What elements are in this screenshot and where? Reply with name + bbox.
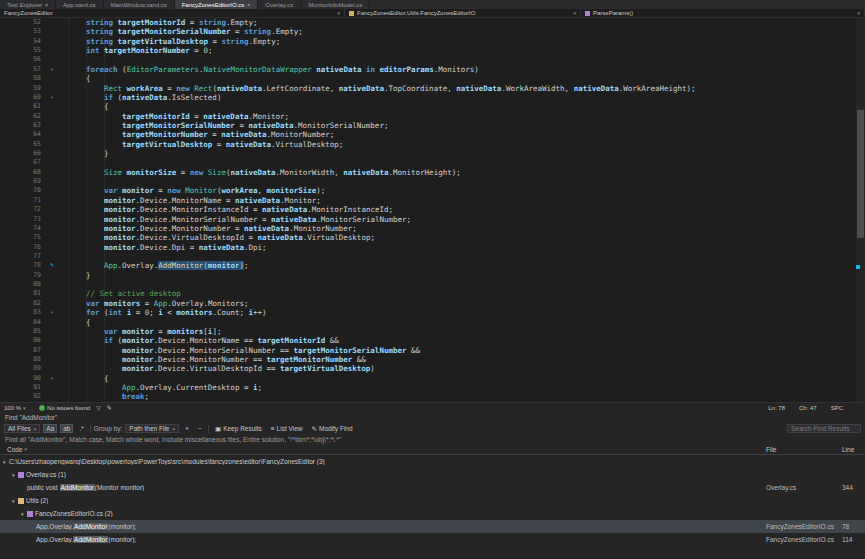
edit-pencil-icon: ✎ <box>46 261 58 270</box>
code-line[interactable]: 63targetMonitorSerialNumber = nativeData… <box>0 121 865 130</box>
code-line[interactable]: 57▾foreach (EditorParameters.NativeMonit… <box>0 65 865 74</box>
result-text: public void AddMonitor(Monitor monitor) <box>27 484 144 491</box>
find-result-row[interactable]: ▾C:\Users\zhaopengwang\Desktop\powertoys… <box>0 455 865 468</box>
zoom-control[interactable]: 100 % ▾ <box>4 405 26 411</box>
filter-button[interactable]: ▽ <box>96 404 101 411</box>
find-panel-title: Find "AddMonitor" <box>0 412 865 422</box>
code-line[interactable]: 62targetMonitorId = nativeData.Monitor; <box>0 112 865 121</box>
code-line[interactable]: 90▾{ <box>0 374 865 383</box>
keep-results-button[interactable]: ▣ Keep Results <box>212 424 265 433</box>
fold-margin <box>46 18 58 27</box>
code-line[interactable]: 56 <box>0 55 865 64</box>
code-line[interactable]: 88monitor.Device.MonitorNumber == target… <box>0 355 865 364</box>
code-line[interactable]: 92break; <box>0 392 865 401</box>
line-number: 87 <box>0 346 46 355</box>
code-text: { <box>58 374 865 383</box>
find-result-row[interactable]: App.Overlay.AddMonitor(monitor);FancyZon… <box>0 533 865 546</box>
tab-app-xaml-cs[interactable]: App.xaml.cs <box>56 0 104 9</box>
code-text: targetVirtualDesktop = nativeData.Virtua… <box>58 140 865 149</box>
code-line[interactable]: 74monitor.Device.MonitorNumber = nativeD… <box>0 224 865 233</box>
fold-chevron-icon[interactable]: ▾ <box>46 65 58 74</box>
tab-fancyzoneseditorio-cs[interactable]: FancyZonesEditorIO.cs× <box>175 0 259 9</box>
line-number: 77 <box>0 252 46 261</box>
code-line[interactable]: 58{ <box>0 74 865 83</box>
code-line[interactable]: 75monitor.Device.VirtualDesktopId = nati… <box>0 233 865 242</box>
code-line[interactable]: 91App.Overlay.CurrentDesktop = i; <box>0 383 865 392</box>
find-result-row[interactable]: ▾Overlay.cs (1) <box>0 468 865 481</box>
modify-find-button[interactable]: ✎ Modify Find <box>309 424 356 433</box>
tab-test-explorer[interactable]: Test Explorer× <box>0 0 56 9</box>
scope-dropdown[interactable]: All Files ▾ <box>4 424 40 433</box>
code-line[interactable]: 80 <box>0 280 865 289</box>
find-result-row[interactable]: App.Overlay.AddMonitor(monitor);FancyZon… <box>0 520 865 533</box>
code-line[interactable]: 70var monitor = new Monitor(workArea, mo… <box>0 186 865 195</box>
tab-mainwindow-xaml-cs[interactable]: MainWindow.xaml.cs <box>104 0 175 9</box>
project-dropdown[interactable]: FancyZonesEditor ▾ <box>0 9 345 17</box>
code-line[interactable]: 66} <box>0 149 865 158</box>
fold-chevron-icon[interactable]: ▾ <box>46 374 58 383</box>
code-line[interactable]: 72monitor.Device.MonitorInstanceId = nat… <box>0 205 865 214</box>
code-text: if (nativeData.IsSelected) <box>58 93 865 102</box>
code-line[interactable]: 65targetVirtualDesktop = nativeData.Virt… <box>0 140 865 149</box>
line-column-header[interactable]: Line <box>842 446 854 453</box>
collapse-all-button[interactable]: − <box>195 424 205 433</box>
code-line[interactable]: 89monitor.Device.VirtualDesktopId == tar… <box>0 364 865 373</box>
fold-margin <box>46 318 58 327</box>
code-line[interactable]: 84{ <box>0 318 865 327</box>
code-line[interactable]: 82var monitors = App.Overlay.Monitors; <box>0 299 865 308</box>
edit-indicator[interactable]: ✎ <box>107 404 112 411</box>
type-dropdown[interactable]: FancyZonesEditor.Utils.FancyZonesEditorI… <box>345 9 581 17</box>
find-result-row[interactable]: ▾FancyZonesEditorIO.cs (2) <box>0 507 865 520</box>
code-line[interactable]: 61{ <box>0 102 865 111</box>
expand-all-button[interactable]: + <box>182 424 192 433</box>
match-whole-word-button[interactable]: ab <box>60 424 73 433</box>
code-line[interactable]: 59Rect workArea = new Rect(nativeData.Le… <box>0 84 865 93</box>
search-find-results-input[interactable]: Search Find Results <box>787 424 861 433</box>
code-line[interactable]: 64targetMonitorNumber = nativeData.Monit… <box>0 130 865 139</box>
code-line[interactable]: 83▾for (int i = 0; i < monitors.Count; i… <box>0 308 865 317</box>
list-view-button[interactable]: ≡ List View <box>268 424 306 433</box>
chevron-down-icon: ▾ <box>857 10 860 16</box>
code-line[interactable]: 78✎App.Overlay.AddMonitor(monitor); <box>0 261 865 270</box>
code-line[interactable]: 53string targetMonitorSerialNumber = str… <box>0 27 865 36</box>
match-case-icon: Aa <box>46 425 54 432</box>
tab-overlay-cs[interactable]: Overlay.cs <box>258 0 301 9</box>
group-by-dropdown[interactable]: Path then File ▾ <box>125 424 179 433</box>
code-line[interactable]: 67 <box>0 158 865 167</box>
find-result-row[interactable]: ▾Utils (2) <box>0 494 865 507</box>
line-number: 55 <box>0 46 46 55</box>
code-line[interactable]: 68Size monitorSize = new Size(nativeData… <box>0 168 865 177</box>
fold-chevron-icon[interactable]: ▾ <box>46 308 58 317</box>
issues-indicator[interactable]: ✓ No issues found <box>39 405 90 411</box>
code-line[interactable]: 71monitor.Device.MonitorName = nativeDat… <box>0 196 865 205</box>
code-line[interactable]: 73monitor.Device.MonitorSerialNumber = n… <box>0 215 865 224</box>
line-number: 89 <box>0 364 46 373</box>
tab-monitorinfomodel-cs[interactable]: MonitorInfoModel.cs <box>301 0 370 9</box>
code-filter-dropdown[interactable]: Code ▾ <box>4 445 30 454</box>
close-icon[interactable]: × <box>247 2 250 8</box>
code-line[interactable]: 77 <box>0 252 865 261</box>
navigation-bar: FancyZonesEditor ▾ FancyZonesEditor.Util… <box>0 9 865 18</box>
code-line[interactable]: 79} <box>0 271 865 280</box>
member-dropdown[interactable]: ParseParams() ▾ <box>581 9 865 17</box>
code-line[interactable]: 60▾if (nativeData.IsSelected) <box>0 93 865 102</box>
code-line[interactable]: 76monitor.Device.Dpi = nativeData.Dpi; <box>0 243 865 252</box>
fold-chevron-icon[interactable]: ▾ <box>46 93 58 102</box>
code-editor[interactable]: 52string targetMonitorId = string.Empty;… <box>0 18 865 402</box>
code-line[interactable]: 87monitor.Device.MonitorSerialNumber == … <box>0 346 865 355</box>
code-text: break; <box>58 392 865 401</box>
find-result-row[interactable]: public void AddMonitor(Monitor monitor)O… <box>0 481 865 494</box>
scrollbar-thumb[interactable] <box>857 110 864 238</box>
code-line[interactable]: 52string targetMonitorId = string.Empty; <box>0 18 865 27</box>
code-line[interactable]: 85var monitor = monitors[i]; <box>0 327 865 336</box>
regex-button[interactable]: .* <box>76 424 86 433</box>
match-case-button[interactable]: Aa <box>43 424 57 433</box>
code-line[interactable]: 86if (monitor.Device.MonitorName == targ… <box>0 336 865 345</box>
file-column-header[interactable]: File <box>766 446 776 453</box>
vertical-scrollbar[interactable] <box>856 18 865 402</box>
code-line[interactable]: 81// Set active desktop <box>0 289 865 298</box>
close-icon[interactable]: × <box>45 2 48 8</box>
code-line[interactable]: 55int targetMonitorNumber = 0; <box>0 46 865 55</box>
code-line[interactable]: 54string targetVirtualDesktop = string.E… <box>0 37 865 46</box>
code-line[interactable]: 69 <box>0 177 865 186</box>
